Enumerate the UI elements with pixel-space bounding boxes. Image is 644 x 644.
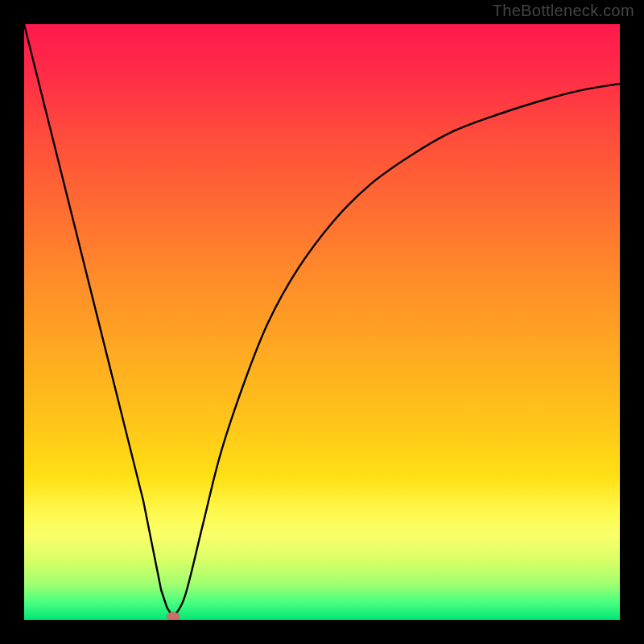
optimum-marker [167,612,180,620]
plot-area [24,24,620,620]
bottleneck-curve [24,24,620,620]
chart-frame: TheBottleneck.com [0,0,644,644]
watermark-text: TheBottleneck.com [493,2,634,20]
